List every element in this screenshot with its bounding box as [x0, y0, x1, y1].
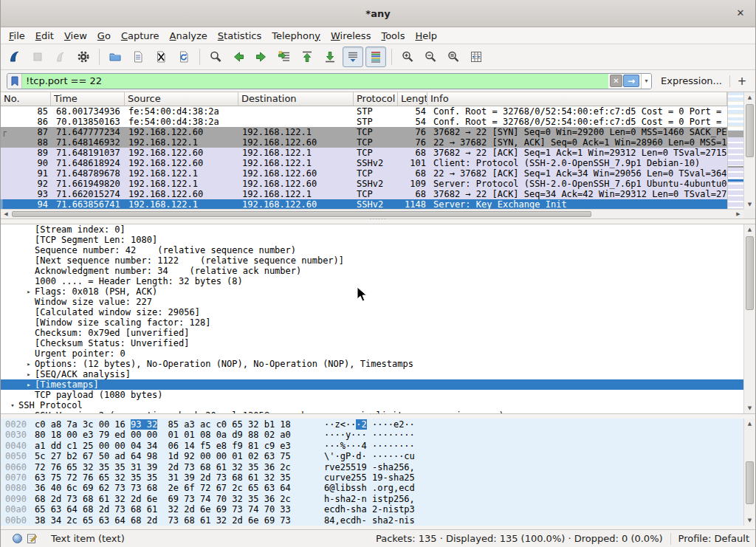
- packet-row[interactable]: 91 71.648789678 192.168.122.1 192.168.12…: [1, 168, 727, 179]
- close-file-button[interactable]: [151, 47, 171, 67]
- zoom-in-button[interactable]: [397, 47, 418, 67]
- capture-options-button[interactable]: [73, 47, 94, 67]
- go-to-last-button[interactable]: [320, 47, 340, 67]
- detail-line[interactable]: 1000 .... = Header Length: 32 bytes (8): [1, 276, 743, 286]
- find-packet-button[interactable]: [205, 47, 226, 67]
- detail-line[interactable]: ▸[Timestamps]: [1, 379, 743, 390]
- capture-comment-icon[interactable]: [27, 533, 38, 544]
- detail-line[interactable]: ▾SSH Protocol: [1, 400, 743, 410]
- menu-item[interactable]: Capture: [116, 29, 165, 43]
- detail-line[interactable]: ▸[SEQ/ACK analysis]: [1, 369, 743, 379]
- detail-line[interactable]: [Stream index: 0]: [1, 224, 743, 235]
- expander-icon[interactable]: ▾: [7, 400, 18, 410]
- filter-clear-button[interactable]: ✕: [610, 75, 622, 87]
- scroll-up-arrow-icon[interactable]: ▲: [744, 419, 755, 429]
- filter-history-dropdown[interactable]: ▾: [641, 74, 651, 89]
- profile-status[interactable]: Profile: Default: [678, 533, 749, 544]
- menu-item[interactable]: Edit: [30, 29, 59, 43]
- menu-item[interactable]: Wireless: [326, 29, 376, 43]
- auto-scroll-toggle[interactable]: [343, 47, 363, 67]
- scroll-up-arrow-icon[interactable]: ▲: [744, 92, 755, 103]
- hex-row[interactable]: 0020c0 a8 7a 3c 00 16 93 32 85 a3 ac c0 …: [1, 419, 743, 430]
- detail-line[interactable]: [Window size scaling factor: 128]: [1, 317, 743, 328]
- expander-icon[interactable]: ▸: [23, 286, 35, 297]
- menu-item[interactable]: View: [59, 29, 92, 43]
- scroll-right-arrow-icon[interactable]: ▶: [733, 210, 743, 219]
- hex-row[interactable]: 007063 75 72 76 65 32 35 35 31 39 2d 73 …: [1, 472, 743, 483]
- detail-line[interactable]: TCP payload (1080 bytes): [1, 390, 743, 400]
- menu-item[interactable]: Telephony: [267, 29, 326, 43]
- open-file-button[interactable]: [105, 47, 126, 67]
- menu-item[interactable]: Analyze: [165, 29, 213, 43]
- scrollbar-thumb[interactable]: [746, 236, 754, 310]
- packet-row[interactable]: 92 71.661949820 192.168.122.1 192.168.12…: [1, 179, 727, 189]
- detail-line[interactable]: ▸Flags: 0x018 (PSH, ACK): [1, 286, 743, 297]
- hex-dump[interactable]: 0020c0 a8 7a 3c 00 16 93 32 85 a3 ac c0 …: [1, 419, 743, 526]
- detail-line[interactable]: [TCP Segment Len: 1080]: [1, 235, 743, 245]
- detail-line[interactable]: ▸Options: (12 bytes), No-Operation (NOP)…: [1, 359, 743, 369]
- scrollbar-thumb[interactable]: [746, 104, 754, 157]
- expander-icon[interactable]: ▸: [23, 410, 35, 413]
- detail-line[interactable]: Window size value: 227: [1, 297, 743, 307]
- menu-item[interactable]: Help: [410, 29, 442, 43]
- scrollbar-thumb[interactable]: [12, 211, 591, 217]
- packet-row[interactable]: 93 71.662015274 192.168.122.60 192.168.1…: [1, 189, 727, 199]
- title-bar[interactable]: *any ✕: [1, 0, 755, 27]
- hex-row[interactable]: 006072 76 65 32 35 35 31 39 2d 73 68 61 …: [1, 462, 743, 472]
- detail-line[interactable]: Checksum: 0x79ed [unverified]: [1, 328, 743, 338]
- scroll-down-arrow-icon[interactable]: ▼: [744, 199, 755, 210]
- detail-line[interactable]: [Calculated window size: 29056]: [1, 307, 743, 317]
- menu-item[interactable]: Tools: [376, 29, 410, 43]
- scroll-down-arrow-icon[interactable]: ▼: [744, 515, 755, 526]
- packet-row[interactable]: ┌87 71.647777234 192.168.122.60 192.168.…: [1, 127, 727, 137]
- expander-icon[interactable]: ▸: [23, 369, 35, 379]
- hex-row[interactable]: 00505c 27 b2 67 50 ad 64 98 1d 92 00 00 …: [1, 451, 743, 461]
- packet-list-vscrollbar[interactable]: ▲ ▼: [743, 92, 755, 210]
- filter-apply-button[interactable]: →: [623, 75, 639, 87]
- column-header-source[interactable]: Source: [125, 92, 238, 106]
- column-header-time[interactable]: Time: [51, 92, 125, 106]
- column-header-no[interactable]: No.: [1, 92, 51, 106]
- hex-row[interactable]: 009068 2d 73 68 61 32 2d 6e 69 73 74 70 …: [1, 494, 743, 504]
- go-forward-button[interactable]: [251, 47, 272, 67]
- packet-row[interactable]: 85 68.001734936 fe:54:00:d4:38:2a STP 54…: [1, 106, 727, 117]
- detail-line[interactable]: Urgent pointer: 0: [1, 348, 743, 359]
- scroll-up-arrow-icon[interactable]: ▲: [744, 224, 755, 235]
- display-filter-input[interactable]: [22, 74, 608, 89]
- scroll-down-arrow-icon[interactable]: ▼: [744, 403, 755, 413]
- go-to-first-button[interactable]: [297, 47, 317, 67]
- hex-row[interactable]: 00a065 63 64 68 2d 73 68 61 32 2d 6e 69 …: [1, 504, 743, 515]
- column-header-protocol[interactable]: Protocol: [354, 92, 398, 106]
- menu-item[interactable]: File: [4, 29, 30, 43]
- detail-line[interactable]: [Checksum Status: Unverified]: [1, 338, 743, 348]
- hex-row[interactable]: 008036 40 6c 69 62 73 73 68 2e 6f 72 67 …: [1, 483, 743, 493]
- save-file-button[interactable]: [128, 47, 148, 67]
- expression-button[interactable]: Expression...: [661, 75, 722, 86]
- go-back-button[interactable]: [228, 47, 249, 67]
- reload-file-button[interactable]: [173, 47, 194, 67]
- go-to-packet-button[interactable]: [274, 47, 295, 67]
- detail-line[interactable]: Acknowledgment number: 34 (relative ack …: [1, 266, 743, 276]
- expert-info-icon[interactable]: [13, 534, 22, 543]
- details-vscrollbar[interactable]: ▲ ▼: [743, 224, 755, 413]
- expander-icon[interactable]: ▸: [23, 379, 35, 390]
- zoom-out-button[interactable]: [420, 47, 441, 67]
- resize-columns-button[interactable]: [466, 47, 487, 67]
- hex-row[interactable]: 003080 18 00 e3 79 ed 00 00 01 01 08 0a …: [1, 430, 743, 440]
- column-header-destination[interactable]: Destination: [238, 92, 354, 106]
- column-header-length[interactable]: Length: [398, 92, 427, 106]
- expander-icon[interactable]: ▸: [23, 359, 35, 369]
- detail-line[interactable]: Sequence number: 42 (relative sequence n…: [1, 245, 743, 255]
- packet-row[interactable]: 90 71.648618924 192.168.122.60 192.168.1…: [1, 158, 727, 168]
- add-filter-button[interactable]: +: [736, 75, 748, 88]
- intelligent-scrollbar-minimap[interactable]: [727, 92, 743, 210]
- packet-row[interactable]: 86 70.013850163 fe:54:00:d4:38:2a STP 54…: [1, 117, 727, 127]
- colorize-toggle[interactable]: [365, 47, 386, 67]
- scrollbar-thumb[interactable]: [746, 461, 754, 504]
- detail-line[interactable]: [Next sequence number: 1122 (relative se…: [1, 255, 743, 266]
- packet-row[interactable]: ▏94 71.663856741 192.168.122.1 192.168.1…: [1, 199, 727, 210]
- hex-row[interactable]: 00b038 34 2c 65 63 64 68 2d 73 68 61 32 …: [1, 515, 743, 526]
- menu-item[interactable]: Go: [92, 29, 116, 43]
- packet-row[interactable]: 89 71.648191037 192.168.122.60 192.168.1…: [1, 148, 727, 158]
- hex-vscrollbar[interactable]: ▲ ▼: [743, 419, 755, 526]
